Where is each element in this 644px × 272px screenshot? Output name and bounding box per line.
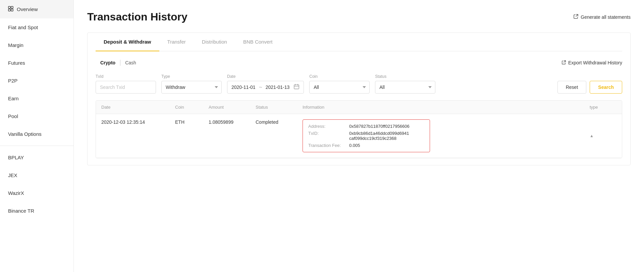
svg-rect-2 <box>8 9 10 11</box>
sidebar-item-label: BPLAY <box>8 155 24 160</box>
info-fee-row: Transaction Fee: 0.005 <box>308 143 424 148</box>
tabs-container: Deposit & Withdraw Transfer Distribution… <box>87 33 631 165</box>
sidebar-item-vanilla-options[interactable]: Vanilla Options <box>0 125 73 143</box>
svg-rect-1 <box>11 6 13 8</box>
filter-actions: Reset Search <box>557 81 622 94</box>
row-amount: 1.08059899 <box>209 119 256 125</box>
sidebar-item-futures[interactable]: Futures <box>0 54 73 72</box>
info-txid-row: TxID: 0xb9cb86d1a46ddcd099d6941 caf099dc… <box>308 131 424 141</box>
status-select[interactable]: All Completed Pending Failed <box>375 81 435 94</box>
search-button[interactable]: Search <box>590 81 622 94</box>
sidebar-item-label: P2P <box>8 78 17 84</box>
date-filter-group: Date 2020-11-01 ～ 2021-01-13 <box>227 74 304 94</box>
sub-tab-crypto[interactable]: Crypto <box>96 58 120 67</box>
sidebar-item-binance-tr[interactable]: Binance TR <box>0 202 73 220</box>
txid-input[interactable] <box>96 81 156 94</box>
row-status: Completed <box>256 119 303 125</box>
type-label: Type <box>161 74 222 79</box>
table-row: 2020-12-03 12:35:14 ETH 1.08059899 Compl… <box>96 114 622 158</box>
info-card: Address: 0x587827b11870ff0217956606 TxID… <box>303 119 430 152</box>
status-filter-group: Status All Completed Pending Failed <box>375 74 435 94</box>
export-icon <box>561 60 566 66</box>
sidebar-item-label: Vanilla Options <box>8 131 42 137</box>
row-type-chevron[interactable]: ▲ <box>590 133 616 138</box>
tab-label: BNB Convert <box>243 39 273 45</box>
svg-rect-3 <box>11 9 13 11</box>
sidebar-item-label: Futures <box>8 60 25 66</box>
main-content: Transaction History Generate all stateme… <box>74 0 644 272</box>
row-coin: ETH <box>175 119 209 125</box>
sidebar-item-p2p[interactable]: P2P <box>0 72 73 90</box>
sub-tab-cash[interactable]: Cash <box>120 58 141 67</box>
col-information: Information <box>303 105 590 110</box>
sidebar-item-bplay[interactable]: BPLAY <box>0 149 73 166</box>
fee-value: 0.005 <box>349 143 360 148</box>
date-label: Date <box>227 74 304 79</box>
txid-value-container: 0xb9cb86d1a46ddcd099d6941 caf099dcc19cf3… <box>349 131 409 141</box>
sidebar-item-margin[interactable]: Margin <box>0 36 73 54</box>
col-type: type <box>590 105 616 110</box>
reset-button[interactable]: Reset <box>557 81 587 94</box>
row-info: Address: 0x587827b11870ff0217956606 TxID… <box>303 119 590 152</box>
export-withdrawal-history-link[interactable]: Export Withdrawal History <box>561 60 622 66</box>
page-header: Transaction History Generate all stateme… <box>87 11 631 23</box>
date-from: 2020-11-01 <box>231 85 256 90</box>
table-header: Date Coin Amount Status Information type <box>96 101 622 114</box>
external-link-icon <box>573 14 579 20</box>
svg-rect-0 <box>8 6 10 8</box>
sidebar-item-label: JEX <box>8 172 17 178</box>
coin-select[interactable]: All <box>309 81 370 94</box>
tab-transfer[interactable]: Transfer <box>159 33 194 51</box>
txid-info-label: TxID: <box>308 131 345 141</box>
info-address-row: Address: 0x587827b11870ff0217956606 <box>308 124 424 129</box>
date-range-input[interactable]: 2020-11-01 ～ 2021-01-13 <box>227 81 304 94</box>
sidebar-item-label: Overview <box>17 6 38 12</box>
tab-bnb-convert[interactable]: BNB Convert <box>235 33 281 51</box>
sub-tab-label: Crypto <box>100 60 115 65</box>
sidebar-divider <box>0 146 73 146</box>
sub-tabs-row: Crypto Cash Export With <box>96 58 622 67</box>
calendar-icon[interactable] <box>293 84 300 91</box>
col-coin: Coin <box>175 105 209 110</box>
export-label: Export Withdrawal History <box>568 60 622 65</box>
page-title: Transaction History <box>87 11 187 23</box>
transaction-table: Date Coin Amount Status Information type… <box>96 100 622 158</box>
row-date: 2020-12-03 12:35:14 <box>101 119 175 125</box>
address-value: 0x587827b11870ff0217956606 <box>349 124 410 129</box>
sidebar-item-earn[interactable]: Earn <box>0 90 73 107</box>
sidebar-item-label: Pool <box>8 113 18 119</box>
tab-label: Transfer <box>167 39 186 45</box>
date-to: 2021-01-13 <box>266 85 290 90</box>
col-amount: Amount <box>209 105 256 110</box>
tab-distribution[interactable]: Distribution <box>194 33 235 51</box>
fee-label: Transaction Fee: <box>308 143 345 148</box>
type-filter-group: Type All Withdraw Deposit <box>161 74 222 94</box>
tab-label: Distribution <box>202 39 227 45</box>
sidebar-item-pool[interactable]: Pool <box>0 107 73 125</box>
status-label: Status <box>375 74 435 79</box>
sidebar-item-wazirx[interactable]: WazirX <box>0 184 73 202</box>
sidebar-item-label: Margin <box>8 42 23 48</box>
sidebar-item-overview[interactable]: Overview <box>0 0 73 18</box>
tab-label: Deposit & Withdraw <box>104 39 151 45</box>
txid-value-1: 0xb9cb86d1a46ddcd099d6941 <box>349 131 409 136</box>
tab-deposit-withdraw[interactable]: Deposit & Withdraw <box>96 33 159 51</box>
coin-filter-group: Coin All <box>309 74 370 94</box>
sidebar-item-label: Binance TR <box>8 208 34 214</box>
address-label: Address: <box>308 124 345 129</box>
sidebar-item-label: Fiat and Spot <box>8 24 38 30</box>
coin-label: Coin <box>309 74 370 79</box>
col-status: Status <box>256 105 303 110</box>
sidebar-item-jex[interactable]: JEX <box>0 166 73 184</box>
sidebar-item-fiat-spot[interactable]: Fiat and Spot <box>0 18 73 36</box>
generate-all-statements-link[interactable]: Generate all statements <box>573 14 631 20</box>
date-tilde: ～ <box>258 84 263 90</box>
txid-value-2: caf099dcc19cf319c2368 <box>349 136 409 141</box>
type-select[interactable]: All Withdraw Deposit <box>161 81 222 94</box>
sidebar-item-label: Earn <box>8 96 19 101</box>
txid-label: TxId <box>96 74 156 79</box>
col-date: Date <box>101 105 175 110</box>
svg-rect-4 <box>294 85 299 89</box>
grid-icon <box>8 6 13 12</box>
sidebar-item-label: WazirX <box>8 190 24 196</box>
